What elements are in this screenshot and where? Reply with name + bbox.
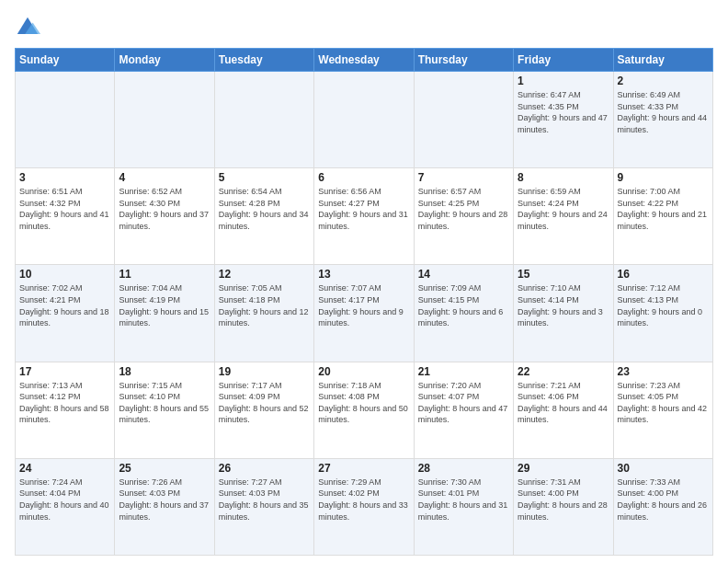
calendar-cell: 11Sunrise: 7:04 AM Sunset: 4:19 PM Dayli…: [115, 265, 214, 362]
day-info: Sunrise: 6:52 AM Sunset: 4:30 PM Dayligh…: [119, 186, 210, 232]
day-number: 1: [518, 75, 609, 87]
calendar-cell: 13Sunrise: 7:07 AM Sunset: 4:17 PM Dayli…: [314, 265, 414, 362]
calendar-cell: 4Sunrise: 6:52 AM Sunset: 4:30 PM Daylig…: [115, 168, 214, 265]
calendar-week-row: 17Sunrise: 7:13 AM Sunset: 4:12 PM Dayli…: [16, 362, 713, 458]
day-number: 7: [418, 171, 509, 184]
day-info: Sunrise: 6:59 AM Sunset: 4:24 PM Dayligh…: [518, 186, 609, 232]
day-info: Sunrise: 7:04 AM Sunset: 4:19 PM Dayligh…: [119, 282, 210, 328]
day-number: 16: [618, 268, 709, 281]
day-number: 28: [418, 462, 509, 475]
day-info: Sunrise: 7:10 AM Sunset: 4:14 PM Dayligh…: [518, 282, 609, 328]
day-info: Sunrise: 7:20 AM Sunset: 4:07 PM Dayligh…: [418, 380, 509, 426]
calendar-cell: 25Sunrise: 7:26 AM Sunset: 4:03 PM Dayli…: [115, 458, 214, 555]
day-number: 12: [219, 268, 310, 281]
day-info: Sunrise: 7:18 AM Sunset: 4:08 PM Dayligh…: [318, 380, 409, 426]
calendar-cell: 19Sunrise: 7:17 AM Sunset: 4:09 PM Dayli…: [214, 362, 313, 458]
calendar-cell: 5Sunrise: 6:54 AM Sunset: 4:28 PM Daylig…: [214, 168, 313, 265]
day-number: 23: [618, 365, 709, 378]
calendar-cell: 22Sunrise: 7:21 AM Sunset: 4:06 PM Dayli…: [514, 362, 613, 458]
day-number: 18: [119, 365, 210, 378]
calendar-table: SundayMondayTuesdayWednesdayThursdayFrid…: [15, 48, 713, 556]
logo-icon: [15, 15, 40, 40]
calendar-cell: 15Sunrise: 7:10 AM Sunset: 4:14 PM Dayli…: [514, 265, 613, 362]
day-number: 6: [318, 171, 409, 184]
calendar-week-row: 24Sunrise: 7:24 AM Sunset: 4:04 PM Dayli…: [16, 458, 713, 555]
day-info: Sunrise: 7:21 AM Sunset: 4:06 PM Dayligh…: [518, 380, 609, 426]
day-info: Sunrise: 7:30 AM Sunset: 4:01 PM Dayligh…: [418, 477, 509, 523]
day-number: 30: [618, 462, 709, 475]
weekday-header-thursday: Thursday: [414, 49, 513, 72]
day-number: 22: [518, 365, 609, 378]
day-number: 10: [19, 268, 110, 281]
day-info: Sunrise: 7:26 AM Sunset: 4:03 PM Dayligh…: [119, 477, 210, 523]
day-info: Sunrise: 7:13 AM Sunset: 4:12 PM Dayligh…: [19, 380, 110, 426]
day-number: 3: [19, 171, 110, 184]
calendar-cell: 10Sunrise: 7:02 AM Sunset: 4:21 PM Dayli…: [16, 265, 115, 362]
weekday-header-monday: Monday: [115, 49, 214, 72]
day-info: Sunrise: 6:47 AM Sunset: 4:35 PM Dayligh…: [518, 89, 609, 135]
calendar-cell: 18Sunrise: 7:15 AM Sunset: 4:10 PM Dayli…: [115, 362, 214, 458]
calendar-cell: 8Sunrise: 6:59 AM Sunset: 4:24 PM Daylig…: [514, 168, 613, 265]
calendar-cell: [115, 72, 214, 168]
calendar-cell: 20Sunrise: 7:18 AM Sunset: 4:08 PM Dayli…: [314, 362, 414, 458]
day-number: 24: [19, 462, 110, 475]
calendar-cell: 6Sunrise: 6:56 AM Sunset: 4:27 PM Daylig…: [314, 168, 414, 265]
day-info: Sunrise: 7:07 AM Sunset: 4:17 PM Dayligh…: [318, 282, 409, 328]
day-info: Sunrise: 7:05 AM Sunset: 4:18 PM Dayligh…: [219, 282, 310, 328]
day-number: 2: [618, 75, 709, 87]
day-number: 11: [119, 268, 210, 281]
calendar-week-row: 3Sunrise: 6:51 AM Sunset: 4:32 PM Daylig…: [16, 168, 713, 265]
day-number: 14: [418, 268, 509, 281]
day-info: Sunrise: 7:23 AM Sunset: 4:05 PM Dayligh…: [618, 380, 709, 426]
calendar-cell: 27Sunrise: 7:29 AM Sunset: 4:02 PM Dayli…: [314, 458, 414, 555]
calendar-cell: 26Sunrise: 7:27 AM Sunset: 4:03 PM Dayli…: [214, 458, 313, 555]
day-number: 26: [219, 462, 310, 475]
day-number: 19: [219, 365, 310, 378]
calendar-cell: 28Sunrise: 7:30 AM Sunset: 4:01 PM Dayli…: [414, 458, 513, 555]
day-info: Sunrise: 6:51 AM Sunset: 4:32 PM Dayligh…: [19, 186, 110, 232]
day-info: Sunrise: 7:00 AM Sunset: 4:22 PM Dayligh…: [618, 186, 709, 232]
calendar-week-row: 1Sunrise: 6:47 AM Sunset: 4:35 PM Daylig…: [16, 72, 713, 168]
day-number: 27: [318, 462, 409, 475]
weekday-header-wednesday: Wednesday: [314, 49, 414, 72]
day-info: Sunrise: 7:27 AM Sunset: 4:03 PM Dayligh…: [219, 477, 310, 523]
day-number: 17: [19, 365, 110, 378]
day-info: Sunrise: 7:09 AM Sunset: 4:15 PM Dayligh…: [418, 282, 509, 328]
day-number: 13: [318, 268, 409, 281]
weekday-header-row: SundayMondayTuesdayWednesdayThursdayFrid…: [16, 49, 713, 72]
weekday-header-saturday: Saturday: [613, 49, 712, 72]
header-area: [15, 15, 713, 40]
day-info: Sunrise: 7:15 AM Sunset: 4:10 PM Dayligh…: [119, 380, 210, 426]
calendar-week-row: 10Sunrise: 7:02 AM Sunset: 4:21 PM Dayli…: [16, 265, 713, 362]
calendar-cell: 1Sunrise: 6:47 AM Sunset: 4:35 PM Daylig…: [514, 72, 613, 168]
day-info: Sunrise: 7:17 AM Sunset: 4:09 PM Dayligh…: [219, 380, 310, 426]
calendar-cell: 7Sunrise: 6:57 AM Sunset: 4:25 PM Daylig…: [414, 168, 513, 265]
day-info: Sunrise: 6:56 AM Sunset: 4:27 PM Dayligh…: [318, 186, 409, 232]
calendar-cell: [16, 72, 115, 168]
calendar-cell: 24Sunrise: 7:24 AM Sunset: 4:04 PM Dayli…: [16, 458, 115, 555]
day-number: 29: [518, 462, 609, 475]
day-info: Sunrise: 7:24 AM Sunset: 4:04 PM Dayligh…: [19, 477, 110, 523]
day-number: 5: [219, 171, 310, 184]
day-info: Sunrise: 6:54 AM Sunset: 4:28 PM Dayligh…: [219, 186, 310, 232]
day-number: 4: [119, 171, 210, 184]
calendar-cell: 2Sunrise: 6:49 AM Sunset: 4:33 PM Daylig…: [613, 72, 712, 168]
calendar-cell: [414, 72, 513, 168]
day-info: Sunrise: 7:02 AM Sunset: 4:21 PM Dayligh…: [19, 282, 110, 328]
day-number: 9: [618, 171, 709, 184]
day-number: 25: [119, 462, 210, 475]
day-number: 20: [318, 365, 409, 378]
page: SundayMondayTuesdayWednesdayThursdayFrid…: [0, 0, 728, 563]
day-number: 15: [518, 268, 609, 281]
weekday-header-sunday: Sunday: [16, 49, 115, 72]
calendar-cell: 3Sunrise: 6:51 AM Sunset: 4:32 PM Daylig…: [16, 168, 115, 265]
calendar-cell: 16Sunrise: 7:12 AM Sunset: 4:13 PM Dayli…: [613, 265, 712, 362]
day-info: Sunrise: 7:31 AM Sunset: 4:00 PM Dayligh…: [518, 477, 609, 523]
day-info: Sunrise: 7:33 AM Sunset: 4:00 PM Dayligh…: [618, 477, 709, 523]
weekday-header-friday: Friday: [514, 49, 613, 72]
day-info: Sunrise: 6:57 AM Sunset: 4:25 PM Dayligh…: [418, 186, 509, 232]
day-number: 21: [418, 365, 509, 378]
calendar-cell: 21Sunrise: 7:20 AM Sunset: 4:07 PM Dayli…: [414, 362, 513, 458]
calendar-cell: 30Sunrise: 7:33 AM Sunset: 4:00 PM Dayli…: [613, 458, 712, 555]
calendar-cell: 9Sunrise: 7:00 AM Sunset: 4:22 PM Daylig…: [613, 168, 712, 265]
